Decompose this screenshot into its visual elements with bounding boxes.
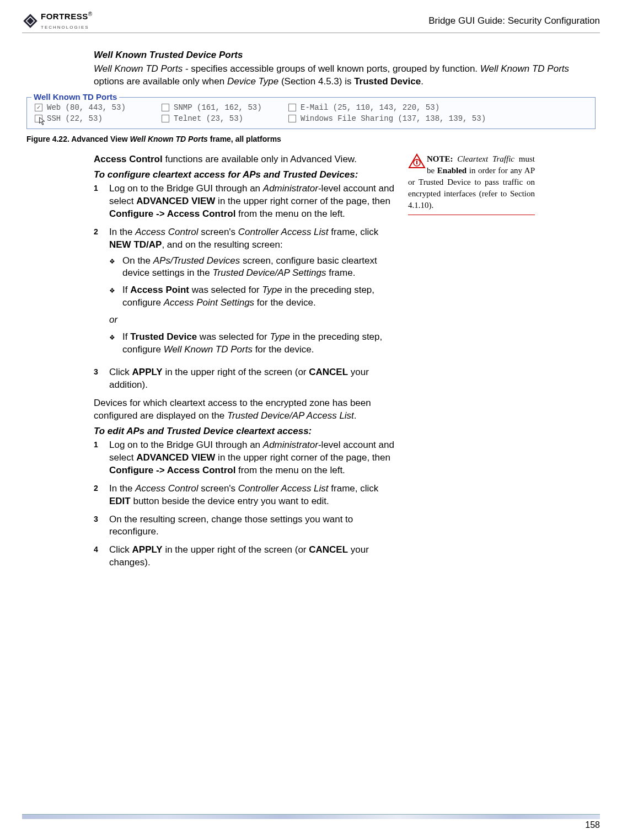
step: 1 Log on to the Bridge GUI through an Ad… xyxy=(94,183,397,221)
procedure1-steps: 1 Log on to the Bridge GUI through an Ad… xyxy=(94,183,397,392)
checkbox-icon: ✓ xyxy=(35,104,42,111)
ports-frame-legend: Well Known TD Ports xyxy=(31,92,119,101)
main-column: Access Control functions are available o… xyxy=(94,153,397,575)
logo: FORTRESS® TECHNOLOGIES xyxy=(22,11,92,30)
port-telnet: Telnet (23, 53) xyxy=(162,114,277,123)
substep: ❖ If Trusted Device was selected for Typ… xyxy=(109,331,397,356)
sidebar-column: NOTE: Cleartext Traffic must be Enabled … xyxy=(408,153,535,215)
step: 3 On the resulting screen, change those … xyxy=(94,513,397,539)
checkbox-icon xyxy=(162,104,169,111)
logo-subtext: TECHNOLOGIES xyxy=(41,25,89,30)
mid-paragraph: Devices for which cleartext access to th… xyxy=(94,397,397,422)
figure-screenshot: Well Known TD Ports ✓Web (80, 443, 53) S… xyxy=(22,97,600,143)
header-title: Bridge GUI Guide: Security Configuration xyxy=(428,15,600,26)
step: 2 In the Access Control screen's Control… xyxy=(94,483,397,508)
port-web: ✓Web (80, 443, 53) xyxy=(35,103,151,112)
footer-bar xyxy=(22,814,600,819)
page-number: 158 xyxy=(22,820,600,830)
substep: ❖ On the APs/Trusted Devices screen, con… xyxy=(109,255,397,280)
section-heading: Well Known Trusted Device Ports xyxy=(94,50,583,61)
diamond-bullet-icon: ❖ xyxy=(109,331,122,356)
port-wfs: Windows File Sharing (137, 138, 139, 53) xyxy=(288,114,498,123)
or-separator: or xyxy=(109,314,397,327)
checkbox-icon xyxy=(162,115,169,122)
procedure1-heading: To configure cleartext access for APs an… xyxy=(94,169,397,180)
logo-reg: ® xyxy=(88,11,92,17)
diamond-bullet-icon: ❖ xyxy=(109,284,122,309)
intro-paragraph: Well Known TD Ports - specifies accessib… xyxy=(94,63,583,88)
checkbox-icon xyxy=(288,115,296,122)
procedure2-steps: 1 Log on to the Bridge GUI through an Ad… xyxy=(94,439,397,569)
note-label: NOTE: xyxy=(427,154,453,163)
logo-icon xyxy=(22,13,39,29)
logo-text: FORTRESS xyxy=(41,12,88,21)
port-email: E-Mail (25, 110, 143, 220, 53) xyxy=(288,103,498,112)
cursor-icon xyxy=(38,116,48,126)
port-ssh: SSH (22, 53) xyxy=(35,114,151,123)
step: 3 Click APPLY in the upper right of the … xyxy=(94,366,397,392)
page-footer: 158 xyxy=(22,814,600,830)
note-box: NOTE: Cleartext Traffic must be Enabled … xyxy=(408,153,535,215)
alert-info-icon xyxy=(408,153,426,169)
svg-rect-6 xyxy=(416,159,417,160)
procedure2-heading: To edit APs and Trusted Device cleartext… xyxy=(94,426,397,437)
substep: ❖ If Access Point was selected for Type … xyxy=(109,284,397,309)
access-control-note: Access Control functions are available o… xyxy=(94,153,397,166)
page-header: FORTRESS® TECHNOLOGIES Bridge GUI Guide:… xyxy=(22,11,600,33)
figure-caption: Figure 4.22. Advanced View Well Known TD… xyxy=(26,135,600,143)
svg-rect-5 xyxy=(416,160,417,164)
checkbox-icon xyxy=(288,104,296,111)
step: 2 In the Access Control screen's Control… xyxy=(94,226,397,361)
ports-frame: Well Known TD Ports ✓Web (80, 443, 53) S… xyxy=(26,97,596,129)
step: 1 Log on to the Bridge GUI through an Ad… xyxy=(94,439,397,477)
port-snmp: SNMP (161, 162, 53) xyxy=(162,103,277,112)
diamond-bullet-icon: ❖ xyxy=(109,255,122,280)
step: 4 Click APPLY in the upper right of the … xyxy=(94,544,397,569)
